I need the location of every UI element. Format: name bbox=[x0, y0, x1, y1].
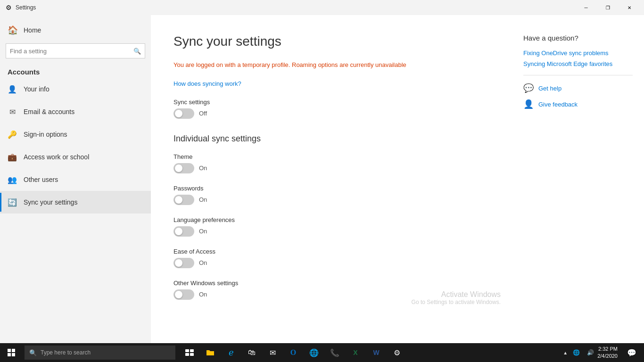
fixing-onedrive-link[interactable]: Fixing OneDrive sync problems bbox=[523, 49, 633, 57]
sidebar-item-your-info[interactable]: 👤 Your info bbox=[0, 78, 151, 100]
settings-app-icon: ⚙ bbox=[6, 4, 12, 11]
svg-rect-2 bbox=[8, 353, 11, 356]
sidebar-item-email-accounts[interactable]: ✉ Email & accounts bbox=[0, 100, 151, 123]
activate-watermark: Activate Windows Go to Settings to activ… bbox=[412, 290, 501, 305]
search-input[interactable] bbox=[10, 48, 133, 55]
notification-center[interactable]: 💬 bbox=[621, 343, 642, 362]
passwords-toggle-state: On bbox=[199, 196, 207, 203]
start-button[interactable] bbox=[0, 343, 23, 362]
edge-button[interactable]: ℯ bbox=[221, 343, 241, 362]
warning-message: You are logged on with a temporary profi… bbox=[173, 60, 489, 70]
store-button[interactable]: 🛍 bbox=[241, 343, 262, 362]
excel-button[interactable]: X bbox=[345, 343, 366, 362]
app1-button[interactable]: 🌐 bbox=[304, 343, 324, 362]
ease-label: Ease of Access bbox=[173, 248, 489, 255]
sidebar-item-sign-in[interactable]: 🔑 Sign-in options bbox=[0, 123, 151, 146]
minimize-button[interactable]: ─ bbox=[575, 0, 597, 15]
search-box[interactable]: 🔍 bbox=[6, 43, 145, 58]
sync-settings-label: Sync settings bbox=[173, 99, 489, 106]
passwords-toggle[interactable] bbox=[173, 195, 194, 205]
network-icon[interactable]: 🌐 bbox=[569, 343, 583, 362]
volume-icon[interactable]: 🔊 bbox=[583, 343, 597, 362]
taskbar-clock[interactable]: 2:32 PM 2/4/2020 bbox=[597, 346, 618, 360]
language-label: Language preferences bbox=[173, 216, 489, 223]
sidebar-section-title: Accounts bbox=[0, 64, 151, 78]
language-toggle-row: On bbox=[173, 226, 489, 237]
work-icon: 💼 bbox=[8, 153, 17, 162]
title-bar-controls: ─ ❐ ✕ bbox=[575, 0, 640, 15]
taskbar-search-box[interactable]: 🔍 bbox=[25, 346, 175, 360]
sidebar-label-email: Email & accounts bbox=[24, 108, 74, 115]
sync-toggle-state: Off bbox=[199, 110, 207, 117]
skype-button[interactable]: 📞 bbox=[324, 343, 345, 362]
how-syncing-works-link[interactable]: How does syncing work? bbox=[173, 80, 241, 87]
svg-rect-0 bbox=[8, 349, 11, 352]
other-windows-toggle-state: On bbox=[199, 291, 207, 298]
ease-toggle[interactable] bbox=[173, 258, 194, 268]
ease-of-access-item: Ease of Access On bbox=[173, 248, 489, 268]
passwords-toggle-knob bbox=[175, 196, 182, 204]
sync-icon: 🔄 bbox=[8, 198, 17, 207]
language-toggle-knob bbox=[175, 228, 182, 235]
your-info-icon: 👤 bbox=[8, 85, 17, 94]
other-windows-toggle-knob bbox=[175, 291, 182, 298]
passwords-label: Passwords bbox=[173, 185, 489, 192]
ease-toggle-state: On bbox=[199, 259, 207, 266]
language-toggle-state: On bbox=[199, 228, 207, 235]
sidebar-label-sign-in: Sign-in options bbox=[24, 131, 67, 138]
sync-toggle-row: Off bbox=[173, 108, 489, 119]
sidebar-label-access-work: Access work or school bbox=[24, 153, 89, 161]
taskbar-pinned-apps: ℯ 🛍 ✉ O 🌐 📞 X W ⚙ bbox=[179, 343, 407, 362]
get-help-link[interactable]: Get help bbox=[538, 85, 561, 92]
email-icon: ✉ bbox=[8, 107, 17, 116]
outlook-button[interactable]: O bbox=[283, 343, 304, 362]
theme-toggle-row: On bbox=[173, 163, 489, 173]
other-windows-toggle[interactable] bbox=[173, 289, 194, 300]
main-content: Sync your settings You are logged on wit… bbox=[151, 15, 512, 343]
theme-toggle[interactable] bbox=[173, 163, 194, 173]
taskbar-date-display: 2/4/2020 bbox=[597, 353, 618, 360]
taskbar-right: ▲ 🌐 🔊 2:32 PM 2/4/2020 💬 bbox=[561, 343, 644, 362]
sync-settings-section: Sync settings Off bbox=[173, 99, 489, 119]
theme-toggle-state: On bbox=[199, 165, 207, 172]
activate-subtitle: Go to Settings to activate Windows. bbox=[412, 299, 501, 305]
search-icon: 🔍 bbox=[133, 48, 141, 55]
passwords-toggle-row: On bbox=[173, 195, 489, 205]
sidebar-label-other-users: Other users bbox=[24, 176, 58, 183]
settings-taskbar-button[interactable]: ⚙ bbox=[387, 343, 407, 362]
taskbar-time-display: 2:32 PM bbox=[597, 346, 618, 353]
sidebar-home[interactable]: 🏠 Home bbox=[0, 19, 151, 41]
taskbar-search-icon: 🔍 bbox=[29, 349, 37, 356]
sync-toggle[interactable] bbox=[173, 108, 194, 119]
help-divider bbox=[523, 75, 633, 75]
toggle-knob bbox=[175, 110, 182, 117]
other-windows-label: Other Windows settings bbox=[173, 280, 489, 287]
give-feedback-action[interactable]: 👤 Give feedback bbox=[523, 99, 633, 109]
sidebar-item-access-work[interactable]: 💼 Access work or school bbox=[0, 146, 151, 168]
restore-button[interactable]: ❐ bbox=[597, 0, 619, 15]
language-toggle[interactable] bbox=[173, 226, 194, 237]
page-title: Sync your settings bbox=[173, 34, 489, 49]
word-button[interactable]: W bbox=[366, 343, 387, 362]
help-title: Have a question? bbox=[523, 34, 633, 42]
give-feedback-link[interactable]: Give feedback bbox=[538, 101, 578, 108]
close-button[interactable]: ✕ bbox=[619, 0, 640, 15]
task-view-button[interactable] bbox=[179, 343, 200, 362]
theme-toggle-knob bbox=[175, 165, 182, 172]
svg-rect-6 bbox=[185, 353, 189, 356]
get-help-action[interactable]: 💬 Get help bbox=[523, 83, 633, 93]
other-users-icon: 👥 bbox=[8, 175, 17, 184]
taskbar-search-input[interactable] bbox=[41, 349, 171, 356]
home-icon: 🏠 bbox=[8, 25, 18, 35]
sidebar-item-other-users[interactable]: 👥 Other users bbox=[0, 168, 151, 191]
task-view-icon bbox=[185, 349, 194, 356]
mail-button[interactable]: ✉ bbox=[262, 343, 283, 362]
sidebar-item-sync-settings[interactable]: 🔄 Sync your settings bbox=[0, 191, 151, 214]
file-explorer-icon bbox=[206, 349, 215, 356]
svg-rect-7 bbox=[190, 353, 194, 356]
passwords-item: Passwords On bbox=[173, 185, 489, 205]
system-tray-expand[interactable]: ▲ bbox=[561, 343, 569, 362]
syncing-edge-link[interactable]: Syncing Microsoft Edge favorites bbox=[523, 60, 633, 67]
file-explorer-button[interactable] bbox=[200, 343, 221, 362]
language-item: Language preferences On bbox=[173, 216, 489, 237]
